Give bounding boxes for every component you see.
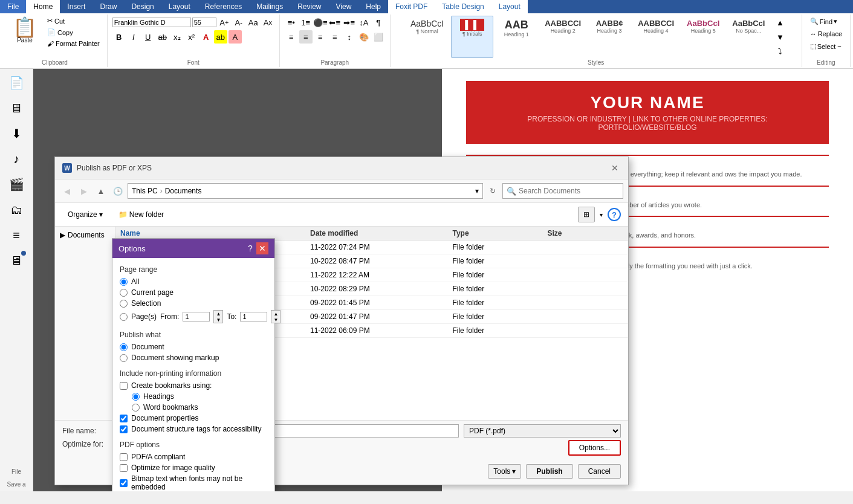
tab-table-design[interactable]: Table Design xyxy=(435,0,491,13)
view-toggle-button[interactable]: ⊞ xyxy=(578,207,595,222)
styles-scroll-down[interactable]: ▼ xyxy=(773,30,787,44)
doc-structure-checkbox[interactable] xyxy=(120,425,128,433)
style-nospace[interactable]: AaBbCcI No Spac... xyxy=(727,16,770,58)
sort-btn[interactable]: ↕A xyxy=(357,16,371,29)
options-button[interactable]: Options... xyxy=(568,440,621,456)
sidebar-icon-1[interactable]: 📄 xyxy=(5,71,28,94)
find-button[interactable]: 🔍 Find ▾ xyxy=(807,16,845,27)
increase-indent-btn[interactable]: ➡≡ xyxy=(343,16,356,29)
sidebar-file-label[interactable]: File xyxy=(9,466,24,477)
underline-button[interactable]: U xyxy=(141,30,155,44)
replace-button[interactable]: ↔ Replace xyxy=(807,28,845,39)
col-type-header[interactable]: Type xyxy=(452,229,547,237)
document-radio[interactable] xyxy=(120,343,128,351)
border-btn[interactable]: ⬜ xyxy=(372,30,385,44)
publish-button[interactable]: Publish xyxy=(526,464,572,479)
nav-back-button[interactable]: ◀ xyxy=(60,184,74,198)
justify-btn[interactable]: ≡ xyxy=(328,30,342,44)
sidebar-icon-4[interactable]: ♪ xyxy=(5,147,28,170)
to-input[interactable] xyxy=(240,312,267,321)
new-folder-button[interactable]: 📁 New folder xyxy=(113,208,169,221)
nav-refresh-button[interactable]: ↻ xyxy=(485,184,500,198)
document-markup-radio[interactable] xyxy=(120,354,128,362)
from-input[interactable] xyxy=(183,312,210,321)
help-button[interactable]: ? xyxy=(608,208,621,221)
style-heading2[interactable]: AABBCCI Heading 2 xyxy=(539,16,586,58)
tab-references[interactable]: References xyxy=(198,0,249,13)
sidebar-icon-8[interactable]: 🖥 xyxy=(5,249,28,272)
paste-button[interactable]: 📋 Paste xyxy=(7,16,42,48)
numbering-btn[interactable]: 1≡ xyxy=(299,16,313,29)
font-size-increase[interactable]: A+ xyxy=(218,16,231,29)
tab-view[interactable]: View xyxy=(329,0,359,13)
to-stepper-up[interactable]: ▲ xyxy=(271,311,280,317)
subscript-button[interactable]: x₂ xyxy=(170,30,184,44)
format-painter-button[interactable]: 🖌 Format Painter xyxy=(45,39,102,48)
search-input[interactable] xyxy=(519,187,603,195)
all-radio[interactable] xyxy=(120,278,128,286)
filetype-select[interactable]: PDF (*.pdf) xyxy=(464,424,621,438)
sidebar-icon-3[interactable]: ⬇ xyxy=(5,122,28,145)
col-date-header[interactable]: Date modified xyxy=(310,229,452,237)
tab-insert[interactable]: Insert xyxy=(60,0,92,13)
tab-help[interactable]: Help xyxy=(358,0,388,13)
tab-file[interactable]: File xyxy=(0,0,26,13)
nav-recent-button[interactable]: 🕒 xyxy=(111,184,125,198)
copy-button[interactable]: 📄 Copy xyxy=(45,27,102,37)
options-close-button[interactable]: ✕ xyxy=(256,242,268,254)
align-right-btn[interactable]: ≡ xyxy=(314,30,327,44)
style-heading4[interactable]: AABBCCI Heading 4 xyxy=(632,16,679,58)
create-bookmarks-checkbox[interactable] xyxy=(120,382,128,390)
tab-design[interactable]: Design xyxy=(124,0,161,13)
sidebar-icon-2[interactable]: 🖥 xyxy=(5,97,28,120)
font-name-input[interactable] xyxy=(112,18,191,27)
dialog-cancel-button[interactable]: Cancel xyxy=(578,464,621,479)
style-heading3[interactable]: AABB¢ Heading 3 xyxy=(588,16,631,58)
align-center-btn[interactable]: ≡ xyxy=(299,30,313,44)
clear-format-btn[interactable]: Ax xyxy=(261,16,274,29)
nav-up-button[interactable]: ▲ xyxy=(94,184,108,198)
sidebar-icon-5[interactable]: 🎬 xyxy=(5,173,28,196)
to-stepper-down[interactable]: ▼ xyxy=(271,317,280,323)
sidebar-save-label[interactable]: Save a xyxy=(5,480,27,489)
selection-radio[interactable] xyxy=(120,300,128,308)
shading-para-btn[interactable]: 🎨 xyxy=(357,30,371,44)
current-page-radio[interactable] xyxy=(120,289,128,297)
col-size-header[interactable]: Size xyxy=(547,229,623,237)
tab-mailings[interactable]: Mailings xyxy=(249,0,290,13)
superscript-button[interactable]: x² xyxy=(185,30,198,44)
tab-layout[interactable]: Layout xyxy=(161,0,198,13)
font-color-btn[interactable]: A xyxy=(199,30,213,44)
doc-properties-checkbox[interactable] xyxy=(120,415,128,422)
style-heading5[interactable]: AaBbCcI Heading 5 xyxy=(681,16,725,58)
font-size-input[interactable] xyxy=(192,18,216,27)
optimize-image-checkbox[interactable] xyxy=(120,464,128,472)
highlight-btn[interactable]: ab xyxy=(214,30,227,44)
from-stepper-up[interactable]: ▲ xyxy=(214,311,222,317)
sidebar-icon-7[interactable]: ≡ xyxy=(5,224,28,247)
line-spacing-btn[interactable]: ↕ xyxy=(343,30,356,44)
strikethrough-button[interactable]: ab xyxy=(156,30,169,44)
options-help-button[interactable]: ? xyxy=(244,242,256,254)
bullets-btn[interactable]: ≡• xyxy=(285,16,298,29)
tab-layout2[interactable]: Layout xyxy=(491,0,528,13)
styles-expand[interactable]: ⤵ xyxy=(773,45,787,58)
col-name-header[interactable]: Name xyxy=(120,229,310,237)
pdf-dialog-close-button[interactable]: ✕ xyxy=(609,162,621,174)
multilevel-btn[interactable]: ⚫≡ xyxy=(314,16,327,29)
tab-home[interactable]: Home xyxy=(26,0,60,13)
style-normal[interactable]: AaBbCcI ¶ Normal xyxy=(405,16,449,58)
decrease-indent-btn[interactable]: ⬅≡ xyxy=(328,16,342,29)
select-button[interactable]: ⬚ Select ~ xyxy=(807,40,845,52)
tab-foxit[interactable]: Foxit PDF xyxy=(388,0,435,13)
bold-button[interactable]: B xyxy=(112,30,126,44)
font-size-decrease[interactable]: A- xyxy=(232,16,245,29)
shading-btn[interactable]: A xyxy=(229,30,242,44)
pdfa-checkbox[interactable] xyxy=(120,453,128,461)
sidebar-icon-6[interactable]: 🗂 xyxy=(5,198,28,221)
tab-draw[interactable]: Draw xyxy=(92,0,124,13)
pilcrow-btn[interactable]: ¶ xyxy=(372,16,385,29)
organize-button[interactable]: Organize ▾ xyxy=(62,208,108,221)
style-initials[interactable]: ▌ ▌ ¶ Initials xyxy=(451,16,493,58)
nav-path[interactable]: This PC › Documents ▾ xyxy=(128,183,483,199)
